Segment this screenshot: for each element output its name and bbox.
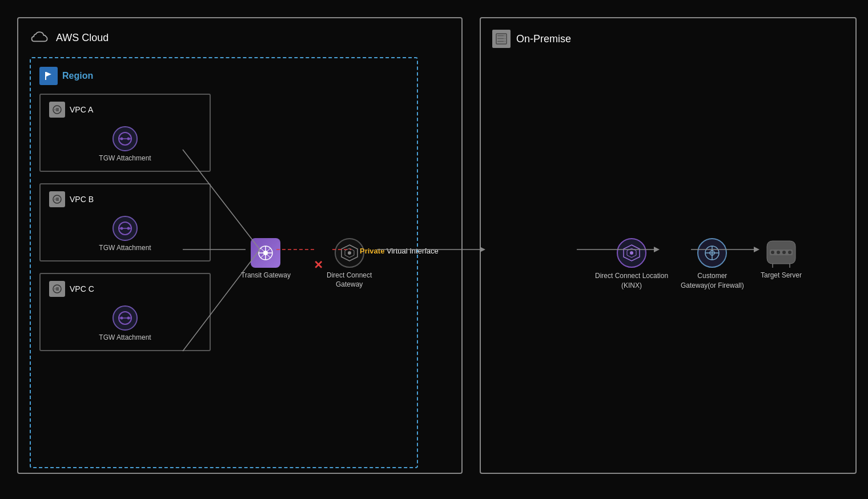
pvi-rest-text: Virtual Interface — [384, 247, 438, 255]
svg-point-29 — [120, 317, 123, 320]
svg-rect-14 — [56, 108, 59, 111]
vpc-b-icon — [49, 191, 65, 207]
svg-point-18 — [127, 138, 130, 140]
dcl-label-1: Direct Connect Location — [595, 271, 668, 281]
svg-point-56 — [777, 251, 780, 254]
vpc-a-tgw-group: TGW Attachment — [49, 126, 201, 162]
cgw-label-1: Customer — [697, 271, 727, 281]
svg-point-44 — [504, 35, 505, 37]
x-mark: ✕ — [314, 258, 323, 272]
aws-cloud-title: AWS Cloud — [56, 32, 108, 44]
vpc-c-title: VPC C — [70, 284, 94, 293]
region-header: Region — [39, 67, 408, 85]
transit-gateway-component: Transit Gateway — [241, 238, 291, 279]
svg-point-17 — [120, 138, 123, 140]
vpc-c-header: VPC C — [49, 281, 201, 297]
svg-point-49 — [630, 251, 633, 255]
direct-connect-location-component: Direct Connect Location (KINX) — [595, 238, 668, 291]
svg-point-46 — [504, 41, 505, 42]
svg-point-24 — [127, 227, 130, 230]
svg-point-30 — [127, 317, 130, 320]
svg-rect-20 — [56, 198, 59, 201]
svg-point-39 — [348, 251, 351, 255]
vpc-a-title: VPC A — [70, 105, 93, 114]
vpc-c-tgw-label: TGW Attachment — [99, 333, 151, 341]
vpc-c-icon — [49, 281, 65, 297]
svg-point-55 — [771, 251, 774, 254]
customer-gateway-component: Customer Gateway(or Firewall) — [681, 238, 744, 291]
pvi-private-text: Private — [360, 247, 384, 255]
vpc-c-box: VPC C TGW Attachment — [39, 273, 211, 351]
target-server-icon — [764, 238, 798, 268]
transit-gateway-label: Transit Gateway — [241, 271, 291, 279]
on-premise-header: On-Premise — [492, 30, 844, 48]
on-premise-container: On-Premise Direct Connect Location (KINX… — [480, 17, 857, 474]
direct-connect-gateway-label-2: Gateway — [336, 280, 363, 289]
svg-point-58 — [788, 251, 791, 254]
direct-connect-gateway-label-1: Direct Connect — [327, 271, 372, 280]
vpc-container: VPC A TGW Attachment — [39, 94, 408, 351]
vpc-c-tgw-group: TGW Attachment — [49, 305, 201, 341]
region-flag-icon — [39, 67, 58, 85]
pvi-label: Private Virtual Interface — [360, 247, 439, 255]
customer-gateway-icon — [697, 238, 727, 268]
vpc-a-tgw-label: TGW Attachment — [99, 154, 151, 162]
region-title: Region — [62, 71, 93, 81]
svg-rect-26 — [56, 287, 59, 291]
vpc-a-header: VPC A — [49, 102, 201, 118]
vpc-b-tgw-icon — [112, 216, 138, 241]
cgw-label-2: Gateway(or Firewall) — [681, 281, 744, 291]
target-server-label: Target Server — [761, 271, 802, 279]
dcl-label-2: (KINX) — [621, 281, 642, 291]
vpc-c-tgw-icon — [112, 305, 138, 331]
vpc-b-box: VPC B TGW Attachment — [39, 183, 211, 261]
svg-point-57 — [782, 251, 786, 254]
target-server-component: Target Server — [761, 238, 802, 279]
vpc-a-tgw-icon — [112, 126, 138, 151]
vpc-b-header: VPC B — [49, 191, 201, 207]
cloud-icon — [30, 30, 50, 46]
vpc-a-box: VPC A TGW Attachment — [39, 94, 211, 172]
transit-gateway-icon — [251, 238, 280, 268]
direct-connect-gateway-component: Direct Connect Gateway — [327, 238, 372, 289]
svg-point-23 — [120, 227, 123, 230]
svg-point-45 — [504, 38, 505, 39]
svg-rect-12 — [45, 72, 46, 80]
direct-connect-location-icon — [617, 238, 646, 268]
server-rack-icon — [492, 30, 511, 48]
vpc-b-tgw-group: TGW Attachment — [49, 216, 201, 252]
aws-cloud-container: AWS Cloud Region — [17, 17, 463, 474]
on-premise-title: On-Premise — [516, 33, 571, 45]
aws-cloud-header: AWS Cloud — [30, 30, 450, 46]
vpc-b-tgw-label: TGW Attachment — [99, 244, 151, 252]
vpc-a-icon — [49, 102, 65, 118]
vpc-b-title: VPC B — [70, 195, 94, 204]
